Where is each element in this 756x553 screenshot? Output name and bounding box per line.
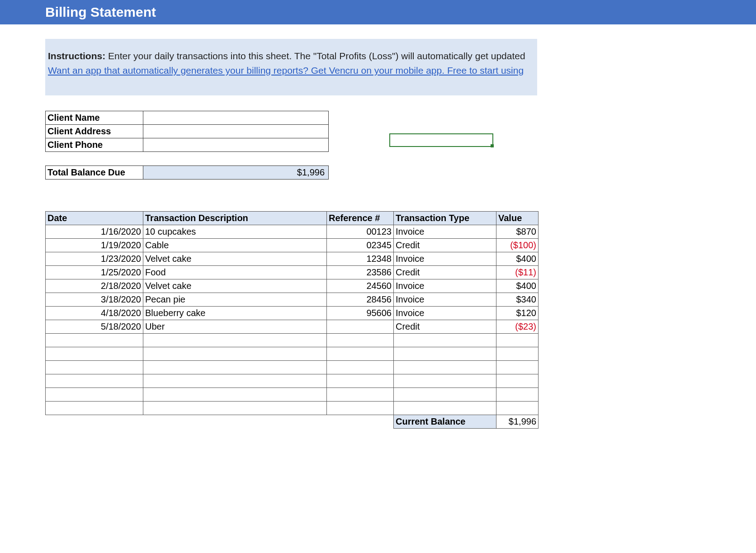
active-cell-selection[interactable] [389, 133, 493, 147]
cell-reference[interactable]: 00123 [327, 225, 394, 239]
table-row [46, 334, 539, 347]
cell-reference[interactable] [327, 374, 394, 388]
footer-value: $1,996 [496, 415, 539, 429]
cell-type[interactable]: Invoice [394, 225, 496, 239]
cell-type[interactable]: Invoice [394, 252, 496, 266]
cell-type[interactable] [394, 402, 496, 415]
client-label: Client Address [46, 125, 143, 138]
cell-value[interactable] [496, 402, 539, 415]
cell-description[interactable]: Food [143, 266, 327, 279]
instructions-link[interactable]: Want an app that automatically generates… [48, 65, 524, 76]
cell-type[interactable] [394, 361, 496, 374]
cell-reference[interactable] [327, 320, 394, 334]
table-row: 1/25/2020Food23586Credit($11) [46, 266, 539, 279]
cell-description[interactable]: Blueberry cake [143, 307, 327, 320]
cell-value[interactable]: $340 [496, 293, 539, 307]
table-row [46, 388, 539, 402]
cell-type[interactable]: Credit [394, 239, 496, 252]
table-row [46, 402, 539, 415]
cell-value[interactable]: ($11) [496, 266, 539, 279]
cell-description[interactable]: Velvet cake [143, 279, 327, 293]
client-value-cell[interactable] [143, 138, 329, 152]
cell-value[interactable]: ($23) [496, 320, 539, 334]
cell-value[interactable]: $120 [496, 307, 539, 320]
cell-value[interactable] [496, 334, 539, 347]
cell-date[interactable]: 1/23/2020 [46, 252, 143, 266]
cell-value[interactable] [496, 347, 539, 361]
cell-value[interactable] [496, 361, 539, 374]
cell-date[interactable] [46, 388, 143, 402]
cell-date[interactable]: 2/18/2020 [46, 279, 143, 293]
cell-type[interactable] [394, 334, 496, 347]
cell-value[interactable]: $400 [496, 279, 539, 293]
cell-date[interactable] [46, 361, 143, 374]
cell-date[interactable] [46, 374, 143, 388]
cell-date[interactable]: 3/18/2020 [46, 293, 143, 307]
cell-date[interactable] [46, 334, 143, 347]
cell-reference[interactable]: 12348 [327, 252, 394, 266]
cell-type[interactable] [394, 374, 496, 388]
cell-value[interactable]: $400 [496, 252, 539, 266]
cell-type[interactable] [394, 388, 496, 402]
cell-type[interactable]: Invoice [394, 293, 496, 307]
cell-type[interactable]: Invoice [394, 279, 496, 293]
cell-description[interactable]: 10 cupcakes [143, 225, 327, 239]
cell-date[interactable]: 1/25/2020 [46, 266, 143, 279]
cell-reference[interactable] [327, 402, 394, 415]
cell-reference[interactable] [327, 361, 394, 374]
header-description: Transaction Description [143, 212, 327, 225]
cell-description[interactable]: Velvet cake [143, 252, 327, 266]
table-row: 4/18/2020Blueberry cake95606Invoice$120 [46, 307, 539, 320]
cell-description[interactable] [143, 374, 327, 388]
cell-reference[interactable] [327, 388, 394, 402]
cell-description[interactable] [143, 361, 327, 374]
cell-description[interactable]: Pecan pie [143, 293, 327, 307]
cell-reference[interactable]: 02345 [327, 239, 394, 252]
cell-description[interactable] [143, 347, 327, 361]
balance-value[interactable]: $1,996 [143, 166, 329, 180]
cell-description[interactable]: Uber [143, 320, 327, 334]
cell-value[interactable]: $870 [496, 225, 539, 239]
cell-value[interactable]: ($100) [496, 239, 539, 252]
cell-type[interactable]: Invoice [394, 307, 496, 320]
cell-description[interactable] [143, 402, 327, 415]
cell-type[interactable] [394, 347, 496, 361]
instructions-text: Enter your daily transactions into this … [105, 51, 525, 61]
cell-date[interactable]: 5/18/2020 [46, 320, 143, 334]
table-row: 2/18/2020Velvet cake24560Invoice$400 [46, 279, 539, 293]
table-row: 1/16/202010 cupcakes00123Invoice$870 [46, 225, 539, 239]
client-value-cell[interactable] [143, 111, 329, 125]
header-value: Value [496, 212, 539, 225]
client-label: Client Name [46, 111, 143, 125]
cell-type[interactable]: Credit [394, 320, 496, 334]
instructions-box: Instructions: Enter your daily transacti… [45, 39, 537, 95]
cell-date[interactable]: 4/18/2020 [46, 307, 143, 320]
cell-type[interactable]: Credit [394, 266, 496, 279]
page-title: Billing Statement [45, 5, 156, 20]
cell-reference[interactable]: 24560 [327, 279, 394, 293]
table-row: 3/18/2020Pecan pie28456Invoice$340 [46, 293, 539, 307]
cell-description[interactable]: Cable [143, 239, 327, 252]
cell-date[interactable] [46, 347, 143, 361]
cell-value[interactable] [496, 388, 539, 402]
cell-reference[interactable]: 95606 [327, 307, 394, 320]
cell-reference[interactable]: 23586 [327, 266, 394, 279]
cell-date[interactable]: 1/19/2020 [46, 239, 143, 252]
cell-reference[interactable] [327, 334, 394, 347]
cell-date[interactable] [46, 402, 143, 415]
client-value-cell[interactable] [143, 125, 329, 138]
balance-label: Total Balance Due [46, 166, 143, 180]
table-row: 1/19/2020Cable02345Credit($100) [46, 239, 539, 252]
table-row: 5/18/2020UberCredit($23) [46, 320, 539, 334]
table-header-row: Date Transaction Description Reference #… [46, 212, 539, 225]
header-reference: Reference # [327, 212, 394, 225]
cell-description[interactable] [143, 388, 327, 402]
cell-reference[interactable] [327, 347, 394, 361]
cell-value[interactable] [496, 374, 539, 388]
cell-date[interactable]: 1/16/2020 [46, 225, 143, 239]
client-label: Client Phone [46, 138, 143, 152]
client-info-table: Client NameClient AddressClient Phone [45, 111, 329, 152]
table-row: 1/23/2020Velvet cake12348Invoice$400 [46, 252, 539, 266]
cell-reference[interactable]: 28456 [327, 293, 394, 307]
cell-description[interactable] [143, 334, 327, 347]
